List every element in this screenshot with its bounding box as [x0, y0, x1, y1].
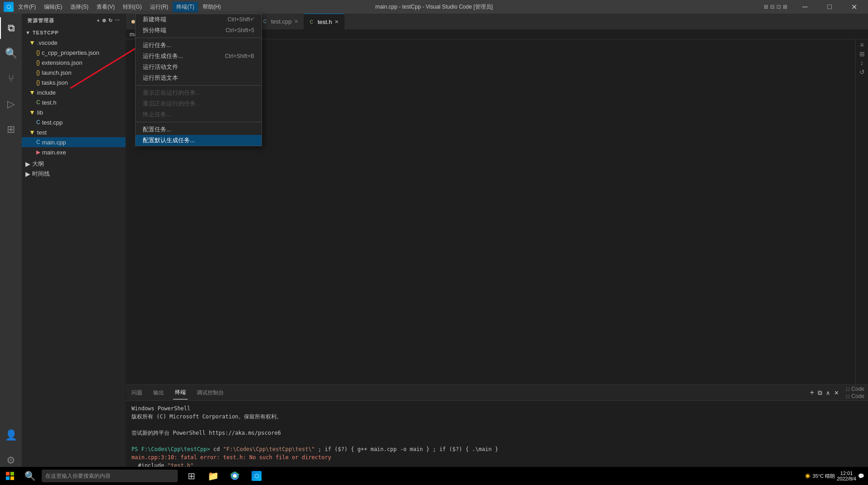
tree-tasks[interactable]: {} tasks.json	[22, 77, 126, 87]
refresh-icon[interactable]: ↻	[108, 18, 113, 24]
layout-icon3[interactable]: ⊡	[776, 4, 781, 10]
notification-icon[interactable]: 💬	[858, 473, 864, 479]
activity-explorer[interactable]: ⧉	[0, 17, 22, 39]
new-file-icon[interactable]: +	[97, 18, 100, 24]
layout-icon[interactable]: ⊞	[764, 4, 768, 10]
menu-configure-tasks[interactable]: 配置任务...	[136, 124, 262, 135]
activity-account[interactable]: 👤	[0, 424, 22, 446]
chevron-down-icon: ▼	[25, 30, 31, 35]
tree-item-label: launch.json	[42, 69, 72, 76]
tab-output[interactable]: 输出	[151, 386, 166, 399]
split-terminal-icon[interactable]: ⧉	[818, 389, 822, 397]
menu-goto[interactable]: 转到(G)	[119, 2, 145, 12]
terminal-label-1: Code	[851, 386, 864, 392]
tree-item-label: tasks.json	[42, 79, 68, 86]
new-folder-icon[interactable]: ⊕	[102, 18, 107, 24]
right-icon-4[interactable]: ↺	[859, 68, 865, 76]
menu-run[interactable]: 运行(R)	[146, 2, 172, 12]
tab-test-cpp[interactable]: C test.cpp ✕	[258, 14, 305, 29]
chrome-icon[interactable]	[225, 467, 245, 485]
menu-separator	[136, 38, 262, 38]
tab-close-icon[interactable]: ✕	[294, 19, 298, 24]
activity-bar: ⧉ 🔍 ⑂ ▷ ⊞ 👤 ⚙	[0, 14, 22, 475]
layout-icon2[interactable]: ⊟	[770, 4, 775, 10]
tab-terminal[interactable]: 终端	[173, 386, 188, 399]
menu-terminal[interactable]: 终端(T)	[173, 2, 198, 12]
right-icon-2[interactable]: ⊞	[859, 50, 865, 58]
menu-shortcut: Ctrl+Shift+'	[228, 16, 254, 23]
tree-include[interactable]: ▼ include	[22, 87, 126, 97]
menu-run-selection[interactable]: 运行所选文本	[136, 72, 262, 83]
tree-test-h[interactable]: C test.h	[22, 97, 126, 107]
menu-terminate-task: 终止任务...	[136, 109, 262, 120]
menu-label: 运行活动文件	[143, 63, 178, 71]
maximize-button[interactable]: □	[819, 0, 840, 14]
menu-run-task[interactable]: 运行任务...	[136, 40, 262, 51]
menu-run-active-file[interactable]: 运行活动文件	[136, 62, 262, 72]
tree-vscode[interactable]: ▼ .vscode	[22, 38, 126, 48]
tree-item-label: test.cpp	[42, 119, 63, 126]
taskbar-pinned-apps: ⊞ 📁 ⬡	[181, 467, 267, 485]
menu-run-build-task[interactable]: 运行生成任务... Ctrl+Shift+B	[136, 51, 262, 62]
menu-file[interactable]: 文件(F)	[15, 2, 39, 12]
tree-launch[interactable]: {} launch.json	[22, 67, 126, 77]
menu-label: 显示正在运行的任务...	[143, 89, 201, 97]
chevron-up-icon[interactable]: ∧	[826, 389, 830, 396]
menu-label: 运行任务...	[143, 41, 171, 49]
vscode-taskbar-icon[interactable]: ⬡	[247, 467, 267, 485]
taskbar-search[interactable]: 在这里输入你要搜索的内容	[42, 470, 178, 482]
right-icon-3[interactable]: ↕	[860, 59, 863, 67]
menu-new-terminal[interactable]: 新建终端 Ctrl+Shift+'	[136, 14, 262, 25]
terminal-content[interactable]: Windows PowerShell 版权所有 (C) Microsoft Co…	[126, 401, 868, 475]
menu-configure-default-build-task[interactable]: 配置默认生成任务...	[136, 135, 262, 146]
tree-lib[interactable]: ▼ lib	[22, 107, 126, 117]
terminal-controls: + ⧉ ∧ ✕ □ Code □ Code	[810, 386, 864, 399]
tree-dagang[interactable]: ▶ 大纲	[22, 159, 126, 169]
menu-split-terminal[interactable]: 拆分终端 Ctrl+Shift+5	[136, 25, 262, 36]
activity-source-control[interactable]: ⑂	[0, 68, 22, 90]
tab-problems[interactable]: 问题	[130, 386, 144, 399]
tab-test-h[interactable]: C test.h ✕	[304, 14, 344, 29]
tree-item-label: test	[37, 129, 47, 136]
close-button[interactable]: ✕	[844, 0, 864, 14]
svg-rect-7	[10, 476, 14, 480]
close-terminal-icon[interactable]: ✕	[834, 389, 839, 396]
menu-help[interactable]: 帮助(H)	[199, 2, 225, 12]
tree-main-exe[interactable]: ▶ main.exe	[22, 147, 126, 157]
tree-item-label: .vscode	[37, 39, 58, 46]
tree-item-label: main.exe	[42, 149, 66, 156]
date-display: 2022/8/4	[837, 476, 856, 481]
tree-item-label: 大纲	[32, 160, 44, 168]
tree-extensions[interactable]: {} extensions.json	[22, 58, 126, 67]
tab-debug-console[interactable]: 调试控制台	[195, 386, 226, 399]
sidebar: 资源管理器 + ⊕ ↻ ⋯ ▼ TESTCPP ▼ .vscode {} c_c…	[22, 14, 126, 475]
collapse-icon[interactable]: ⋯	[115, 18, 120, 24]
tree-c-cpp-props[interactable]: {} c_cpp_properties.json	[22, 48, 126, 58]
search-icon[interactable]: 🔍	[20, 467, 40, 485]
layout-icon4[interactable]: ⊠	[783, 4, 787, 10]
menu-edit[interactable]: 编辑(E)	[40, 2, 66, 12]
task-view[interactable]: ⊞	[181, 467, 201, 485]
sidebar-header: 资源管理器 + ⊕ ↻ ⋯	[22, 14, 126, 28]
minimap	[828, 39, 855, 384]
tree-test-folder[interactable]: ▼ test	[22, 127, 126, 137]
menu-view[interactable]: 查看(V)	[93, 2, 118, 12]
activity-extensions[interactable]: ⊞	[0, 119, 22, 140]
tree-root[interactable]: ▼ TESTCPP	[22, 28, 126, 38]
tab-close-icon[interactable]: ✕	[335, 19, 339, 25]
right-icon-1[interactable]: ≡	[860, 41, 863, 48]
cpp-icon: C	[36, 139, 40, 145]
tree-lib-test-cpp[interactable]: C test.cpp	[22, 117, 126, 127]
sidebar-tree: ▼ TESTCPP ▼ .vscode {} c_cpp_properties.…	[22, 28, 126, 475]
tree-timeline[interactable]: ▶ 时间线	[22, 169, 126, 179]
activity-run[interactable]: ▷	[0, 93, 22, 115]
add-terminal-icon[interactable]: +	[810, 389, 814, 397]
menu-select[interactable]: 选择(S)	[67, 2, 92, 12]
explorer-icon[interactable]: 📁	[203, 467, 223, 485]
svg-rect-5	[10, 472, 14, 475]
start-button[interactable]	[0, 467, 20, 485]
tree-main-cpp[interactable]: C main.cpp	[22, 137, 126, 147]
minimize-button[interactable]: ─	[795, 0, 815, 14]
menu-show-running-tasks: 显示正在运行的任务...	[136, 87, 262, 98]
activity-search[interactable]: 🔍	[0, 43, 22, 64]
